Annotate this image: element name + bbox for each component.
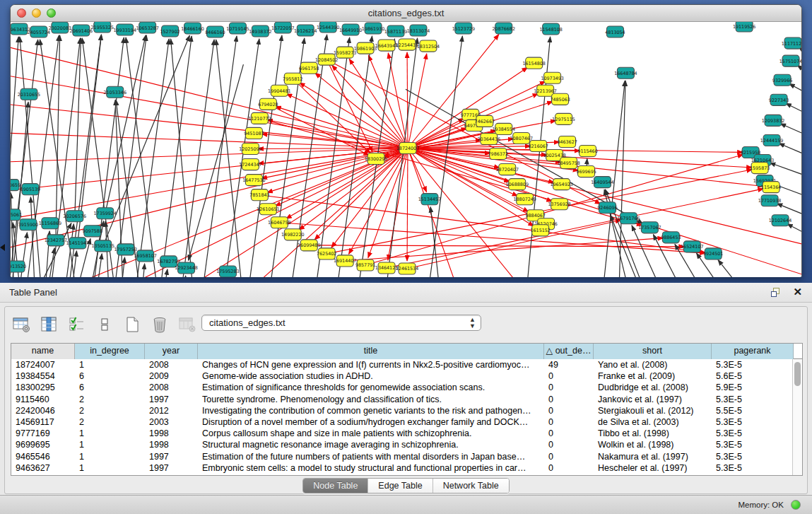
network-node[interactable]: 9451087 [244, 127, 264, 139]
network-node[interactable]: 13756928 [548, 199, 570, 210]
network-node[interactable]: 20206576 [64, 211, 86, 222]
network-node[interactable]: 21955325 [91, 22, 114, 33]
network-view-window[interactable]: citations_edges.txt 19634313240557242302… [10, 4, 802, 277]
network-node[interactable]: 12025099 [239, 143, 261, 154]
column-header-year[interactable]: year [145, 344, 198, 359]
table-row[interactable]: 1872400712008Changes of HCN gene express… [11, 359, 802, 370]
network-node[interactable]: 10719145 [226, 23, 249, 34]
network-node[interactable]: 16643944 [375, 40, 398, 51]
network-node[interactable]: 6961758 [299, 62, 319, 74]
network-node[interactable]: 16791766 [617, 213, 640, 224]
tab-edge-table[interactable]: Edge Table [368, 479, 433, 493]
network-node[interactable]: 7851843 [249, 189, 269, 201]
network-node[interactable]: 12102644 [769, 215, 792, 226]
network-node[interactable]: 16099489 [298, 240, 320, 251]
network-node[interactable]: 1135061 [11, 209, 22, 221]
network-node[interactable]: 10653287 [136, 22, 158, 33]
network-node[interactable]: 9463627 [557, 136, 577, 147]
network-node[interactable]: 18466160 [181, 23, 204, 34]
table-row[interactable]: 1456911722003Disruption of a novel membe… [11, 416, 802, 428]
network-node[interactable]: 7955812 [283, 73, 302, 84]
network-node[interactable]: 20876682 [493, 23, 515, 34]
table-row[interactable]: 1830029562008Estimation of significance … [11, 382, 802, 393]
network-node[interactable]: 18495758 [557, 158, 579, 169]
network-node[interactable]: 16046758 [268, 217, 290, 228]
table-row[interactable]: 946554611997Estimation of the future num… [11, 451, 802, 462]
table-row[interactable]: 969969511998Structural magnetic resonanc… [11, 439, 802, 450]
network-node[interactable]: 19933194 [113, 24, 136, 35]
network-node[interactable]: 1913520 [11, 261, 26, 272]
network-node[interactable]: 7462667 [475, 115, 495, 127]
network-node[interactable]: 19126214 [294, 25, 317, 36]
network-node[interactable]: 9329966 [772, 74, 792, 86]
network-node[interactable]: 12544390 [317, 22, 339, 33]
scrollbar-thumb[interactable] [794, 362, 801, 386]
network-node[interactable]: 16958107 [134, 250, 156, 262]
network-node[interactable]: 11171120 [782, 37, 801, 49]
table-row[interactable]: 911546021997Tourette syndrome. Phenomeno… [11, 394, 802, 405]
network-node[interactable]: 24055724 [28, 26, 50, 37]
network-node[interactable]: 12093832 [762, 115, 784, 126]
network-node[interactable]: 1154364 [761, 182, 781, 193]
network-node[interactable]: 18724007 [396, 142, 419, 153]
network-node[interactable]: 11156869 [39, 218, 61, 229]
table-row[interactable]: 946362711997Embryonic stem cells: a mode… [11, 462, 802, 474]
network-node[interactable]: 16409544 [591, 177, 613, 188]
network-node[interactable]: 17359924 [94, 208, 117, 219]
network-node[interactable]: 8216067 [528, 140, 548, 151]
network-node[interactable]: 12084502 [315, 54, 338, 65]
network-node[interactable]: 20310655 [18, 88, 40, 100]
table-settings-icon[interactable] [12, 315, 32, 334]
network-node[interactable]: 15751074 [779, 55, 801, 66]
network-node[interactable]: 1615152 [530, 225, 550, 236]
network-node[interactable]: 15722057 [271, 22, 294, 33]
network-node[interactable]: 20364436 [478, 133, 500, 144]
network-node[interactable]: 16154808 [522, 57, 545, 69]
network-node[interactable]: 4813054 [605, 26, 625, 37]
table-selector-dropdown[interactable]: citations_edges.txt ▲▼ [201, 315, 481, 331]
network-node[interactable]: 19654923 [550, 179, 572, 190]
network-node[interactable]: 12923448 [175, 262, 197, 274]
network-window-titlebar[interactable]: citations_edges.txt [11, 5, 801, 22]
network-node[interactable]: 12975115 [552, 113, 575, 124]
network-node[interactable]: 11451947 [66, 238, 89, 249]
network-node[interactable]: 13464123 [375, 262, 398, 274]
float-panel-icon[interactable] [771, 288, 781, 298]
vertical-scrollbar[interactable] [792, 359, 802, 475]
network-node[interactable]: 9857791 [355, 259, 375, 271]
network-node[interactable]: 12342757 [45, 235, 67, 246]
network-node[interactable]: 15123729 [452, 23, 475, 34]
network-node[interactable]: 17595283 [216, 266, 239, 277]
table-row[interactable]: 1938455462009Genome-wide association stu… [11, 370, 802, 382]
network-node[interactable]: 9924501 [703, 248, 723, 259]
column-header-in_degree[interactable]: in_degree [75, 344, 145, 359]
network-node[interactable]: 12254439 [396, 39, 418, 50]
network-node[interactable]: 12444159 [760, 134, 783, 146]
column-header-title[interactable]: title [198, 344, 544, 359]
network-node[interactable]: 12610651 [257, 204, 279, 215]
column-header-short[interactable]: short [594, 344, 712, 359]
network-node[interactable]: 18313074 [407, 25, 430, 36]
network-node[interactable]: 19904481 [268, 85, 290, 96]
network-node[interactable]: 8466160 [205, 26, 225, 37]
network-node[interactable]: 9886453 [661, 232, 681, 243]
network-node[interactable]: 16524107 [681, 241, 703, 252]
network-node[interactable]: 3915900 [18, 219, 38, 230]
network-node[interactable]: 9115460 [577, 145, 597, 156]
network-node[interactable]: 19119526 [733, 22, 755, 32]
delete-rows-icon[interactable] [150, 315, 170, 334]
network-node[interactable]: 14982220 [281, 229, 304, 240]
network-node[interactable]: 14938372 [249, 25, 271, 37]
network-node[interactable]: 23020083 [49, 22, 71, 33]
network-node[interactable]: 18300295 [365, 153, 387, 165]
network-node[interactable]: 9699695 [576, 166, 596, 177]
network-node[interactable]: 9097588 [83, 226, 102, 237]
tab-node-table[interactable]: Node Table [303, 479, 368, 493]
network-node[interactable]: 10973493 [541, 72, 563, 83]
network-node[interactable]: 18312504 [417, 40, 440, 52]
column-header-out_de[interactable]: △ out_de… [544, 344, 594, 359]
network-node[interactable]: 16649910 [339, 24, 362, 35]
table-row[interactable]: 977716911998Corpus callosum shape and si… [11, 428, 802, 439]
network-node[interactable]: 6794028 [258, 98, 278, 110]
network-node[interactable]: 1527902 [160, 25, 180, 37]
